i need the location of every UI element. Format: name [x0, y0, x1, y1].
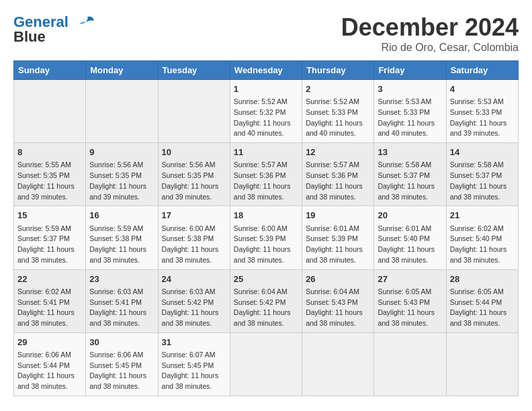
day-number: 25 [234, 273, 298, 285]
calendar-cell: 4 Sunrise: 5:53 AMSunset: 5:33 PMDayligh… [446, 80, 518, 143]
day-number: 28 [450, 273, 515, 285]
calendar-cell [374, 332, 446, 396]
calendar-cell: 26 Sunrise: 6:04 AMSunset: 5:43 PMDaylig… [302, 269, 374, 332]
day-info: Sunrise: 5:59 AMSunset: 5:38 PMDaylight:… [89, 224, 146, 264]
calendar-cell: 8 Sunrise: 5:55 AMSunset: 5:35 PMDayligh… [14, 143, 86, 206]
calendar-cell: 28 Sunrise: 6:05 AMSunset: 5:44 PMDaylig… [446, 269, 518, 332]
calendar-cell: 29 Sunrise: 6:06 AMSunset: 5:44 PMDaylig… [14, 332, 86, 396]
day-number: 3 [378, 83, 442, 95]
calendar-cell: 12 Sunrise: 5:57 AMSunset: 5:36 PMDaylig… [302, 143, 374, 206]
calendar-cell: 20 Sunrise: 6:01 AMSunset: 5:40 PMDaylig… [374, 206, 446, 269]
day-info: Sunrise: 6:05 AMSunset: 5:43 PMDaylight:… [378, 287, 435, 327]
day-number: 18 [234, 210, 298, 222]
weekday-header: Thursday [302, 61, 374, 80]
calendar-cell: 13 Sunrise: 5:58 AMSunset: 5:37 PMDaylig… [374, 143, 446, 206]
calendar-cell [302, 332, 374, 396]
calendar-cell: 31 Sunrise: 6:07 AMSunset: 5:45 PMDaylig… [158, 332, 230, 396]
calendar-cell [158, 80, 230, 143]
day-info: Sunrise: 5:58 AMSunset: 5:37 PMDaylight:… [450, 161, 507, 200]
day-number: 17 [162, 210, 226, 222]
day-info: Sunrise: 6:07 AMSunset: 5:45 PMDaylight:… [162, 351, 219, 390]
calendar-cell: 3 Sunrise: 5:53 AMSunset: 5:33 PMDayligh… [374, 80, 446, 143]
day-number: 24 [162, 273, 226, 285]
location-subtitle: Rio de Oro, Cesar, Colombia [341, 42, 519, 54]
day-number: 9 [89, 146, 154, 158]
day-number: 10 [162, 146, 226, 158]
day-number: 19 [306, 210, 370, 222]
calendar-cell: 10 Sunrise: 5:56 AMSunset: 5:35 PMDaylig… [158, 143, 230, 206]
day-number: 4 [450, 83, 515, 95]
day-number: 13 [378, 146, 442, 158]
day-number: 26 [306, 273, 370, 285]
month-title: December 2024 [341, 13, 519, 42]
day-info: Sunrise: 6:02 AMSunset: 5:41 PMDaylight:… [17, 287, 75, 327]
calendar-cell: 21 Sunrise: 6:02 AMSunset: 5:40 PMDaylig… [446, 206, 518, 269]
day-number: 8 [17, 146, 82, 158]
logo: General Blue [13, 13, 95, 46]
calendar-cell: 1 Sunrise: 5:52 AMSunset: 5:32 PMDayligh… [230, 80, 302, 143]
day-number: 1 [234, 83, 298, 95]
calendar-cell: 16 Sunrise: 5:59 AMSunset: 5:38 PMDaylig… [86, 206, 158, 269]
day-info: Sunrise: 5:52 AMSunset: 5:32 PMDaylight:… [234, 97, 291, 137]
calendar-cell: 9 Sunrise: 5:56 AMSunset: 5:35 PMDayligh… [86, 143, 158, 206]
day-info: Sunrise: 5:56 AMSunset: 5:35 PMDaylight:… [162, 161, 219, 200]
calendar-cell: 19 Sunrise: 6:01 AMSunset: 5:39 PMDaylig… [302, 206, 374, 269]
weekday-header: Monday [86, 61, 158, 80]
calendar-cell: 30 Sunrise: 6:06 AMSunset: 5:45 PMDaylig… [86, 332, 158, 396]
logo-blue: Blue [13, 28, 46, 46]
calendar-week-row: 29 Sunrise: 6:06 AMSunset: 5:44 PMDaylig… [14, 332, 519, 396]
day-number: 22 [17, 273, 82, 285]
calendar-cell: 17 Sunrise: 6:00 AMSunset: 5:38 PMDaylig… [158, 206, 230, 269]
day-number: 21 [450, 210, 515, 222]
weekday-header: Sunday [14, 61, 86, 80]
calendar-cell: 23 Sunrise: 6:03 AMSunset: 5:41 PMDaylig… [86, 269, 158, 332]
calendar-cell: 27 Sunrise: 6:05 AMSunset: 5:43 PMDaylig… [374, 269, 446, 332]
calendar-cell: 18 Sunrise: 6:00 AMSunset: 5:39 PMDaylig… [230, 206, 302, 269]
calendar-table: SundayMondayTuesdayWednesdayThursdayFrid… [13, 60, 519, 396]
day-info: Sunrise: 6:06 AMSunset: 5:44 PMDaylight:… [17, 351, 75, 390]
day-number: 14 [450, 146, 515, 158]
day-info: Sunrise: 6:05 AMSunset: 5:44 PMDaylight:… [450, 287, 507, 327]
day-number: 15 [17, 210, 82, 222]
calendar-cell: 22 Sunrise: 6:02 AMSunset: 5:41 PMDaylig… [14, 269, 86, 332]
calendar-cell: 15 Sunrise: 5:59 AMSunset: 5:37 PMDaylig… [14, 206, 86, 269]
day-info: Sunrise: 6:06 AMSunset: 5:45 PMDaylight:… [89, 351, 146, 390]
day-info: Sunrise: 5:57 AMSunset: 5:36 PMDaylight:… [234, 161, 291, 200]
day-number: 16 [89, 210, 154, 222]
day-info: Sunrise: 6:02 AMSunset: 5:40 PMDaylight:… [450, 224, 507, 264]
calendar-week-row: 8 Sunrise: 5:55 AMSunset: 5:35 PMDayligh… [14, 143, 519, 206]
day-number: 31 [162, 336, 226, 349]
day-info: Sunrise: 5:53 AMSunset: 5:33 PMDaylight:… [378, 97, 435, 137]
logo-bird-icon [74, 15, 95, 30]
calendar-cell [86, 80, 158, 143]
calendar-week-row: 15 Sunrise: 5:59 AMSunset: 5:37 PMDaylig… [14, 206, 519, 269]
title-block: December 2024 Rio de Oro, Cesar, Colombi… [341, 13, 519, 54]
day-number: 23 [89, 273, 154, 285]
day-number: 11 [234, 146, 298, 158]
day-info: Sunrise: 6:00 AMSunset: 5:38 PMDaylight:… [162, 224, 219, 264]
day-info: Sunrise: 6:04 AMSunset: 5:42 PMDaylight:… [234, 287, 291, 327]
page-header: General Blue December 2024 Rio de Oro, C… [13, 13, 519, 54]
day-info: Sunrise: 5:53 AMSunset: 5:33 PMDaylight:… [450, 97, 507, 137]
calendar-week-row: 1 Sunrise: 5:52 AMSunset: 5:32 PMDayligh… [14, 80, 519, 143]
day-info: Sunrise: 5:59 AMSunset: 5:37 PMDaylight:… [17, 224, 75, 264]
header-row: SundayMondayTuesdayWednesdayThursdayFrid… [14, 61, 519, 80]
day-info: Sunrise: 5:56 AMSunset: 5:35 PMDaylight:… [89, 161, 146, 200]
day-info: Sunrise: 5:57 AMSunset: 5:36 PMDaylight:… [306, 161, 363, 200]
weekday-header: Friday [374, 61, 446, 80]
day-number: 27 [378, 273, 442, 285]
calendar-cell [230, 332, 302, 396]
day-info: Sunrise: 5:55 AMSunset: 5:35 PMDaylight:… [17, 161, 75, 200]
day-info: Sunrise: 6:01 AMSunset: 5:40 PMDaylight:… [378, 224, 435, 264]
weekday-header: Wednesday [230, 61, 302, 80]
calendar-cell: 14 Sunrise: 5:58 AMSunset: 5:37 PMDaylig… [446, 143, 518, 206]
calendar-cell: 2 Sunrise: 5:52 AMSunset: 5:33 PMDayligh… [302, 80, 374, 143]
day-number: 30 [89, 336, 154, 349]
calendar-cell: 24 Sunrise: 6:03 AMSunset: 5:42 PMDaylig… [158, 269, 230, 332]
day-info: Sunrise: 6:01 AMSunset: 5:39 PMDaylight:… [306, 224, 363, 264]
day-info: Sunrise: 6:03 AMSunset: 5:42 PMDaylight:… [162, 287, 219, 327]
day-info: Sunrise: 6:04 AMSunset: 5:43 PMDaylight:… [306, 287, 363, 327]
day-info: Sunrise: 6:03 AMSunset: 5:41 PMDaylight:… [89, 287, 146, 327]
calendar-cell [14, 80, 86, 143]
calendar-week-row: 22 Sunrise: 6:02 AMSunset: 5:41 PMDaylig… [14, 269, 519, 332]
